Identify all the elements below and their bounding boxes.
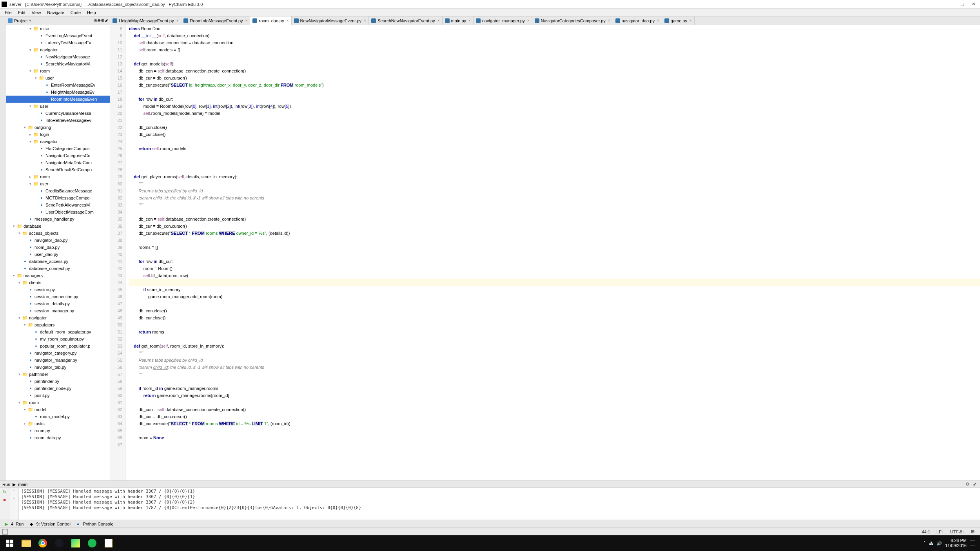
editor-tab[interactable]: navigator_manager.py× — [474, 16, 532, 25]
tree-node[interactable]: ▾📁model — [6, 406, 110, 413]
tree-node[interactable]: ▾📁user — [6, 74, 110, 82]
expand-icon[interactable]: ▾ — [23, 323, 27, 327]
vcs-tab[interactable]: ◆ 9: Version Control — [27, 522, 73, 526]
code-line[interactable]: db_cur.close() — [129, 314, 980, 321]
taskbar-clock[interactable]: 6:26 PM 11/09/2016 — [945, 538, 967, 548]
start-button[interactable] — [2, 536, 18, 550]
chevron-down-icon[interactable]: ▾ — [29, 18, 31, 23]
tree-node[interactable]: ●FlatCategoriesCompos — [6, 145, 110, 152]
close-tab-icon[interactable]: × — [657, 18, 659, 23]
panel-settings-icon[interactable]: ⚙ — [964, 481, 971, 488]
close-tab-icon[interactable]: × — [287, 18, 289, 23]
code-line[interactable]: :param child_id: the child id, if -1 wil… — [129, 194, 980, 201]
code-line[interactable]: self.room_models[model.name] = model — [129, 110, 980, 117]
tree-node[interactable]: ●SearchResultSetCompo — [6, 166, 110, 173]
close-button[interactable]: ✕ — [968, 1, 978, 8]
system-tray[interactable]: ˄ 🖧 🔊 6:26 PM 11/09/2016 — [924, 538, 978, 548]
code-line[interactable]: return rooms — [129, 328, 980, 335]
close-tab-icon[interactable]: × — [437, 18, 440, 23]
tree-node[interactable]: ▾📁room — [6, 67, 110, 74]
line-gutter[interactable]: 8910111213141516171819202122232425262728… — [110, 25, 126, 480]
expand-icon[interactable]: ▾ — [34, 76, 38, 80]
tree-node[interactable]: ●navigator_dao.py — [6, 237, 110, 244]
code-line[interactable]: :param child_id: the child id, if -1 wil… — [129, 364, 980, 371]
code-line[interactable]: Returns tabs specified by child_id — [129, 187, 980, 194]
code-line[interactable] — [129, 321, 980, 328]
code-line[interactable]: room = None — [129, 434, 980, 441]
down-icon[interactable]: ↓ — [13, 495, 15, 500]
code-line[interactable]: for row in db_cur: — [129, 96, 980, 103]
stop-icon[interactable]: ■ — [2, 497, 8, 503]
steam-icon[interactable] — [51, 536, 67, 550]
python-console-tab[interactable]: ● Python Console — [74, 522, 117, 526]
project-tree[interactable]: Project ▾ ⊙ ⊕ ⚙ ⬋ ▾📁misc●EventLogMessage… — [6, 16, 110, 480]
run-config-name[interactable]: main — [18, 482, 27, 487]
editor-tab[interactable]: NavigatorCategoriesComposer.py× — [532, 16, 613, 25]
project-dropdown[interactable]: Project — [14, 18, 27, 23]
tree-node[interactable]: ●NavigatorMetaDataCom — [6, 159, 110, 166]
close-tab-icon[interactable]: × — [690, 18, 692, 23]
expand-icon[interactable]: ▾ — [17, 316, 21, 320]
code-line[interactable] — [129, 117, 980, 124]
tree-node[interactable]: ▸📁tasks — [6, 420, 110, 427]
expand-icon[interactable]: ▾ — [28, 69, 32, 73]
tree-node[interactable]: ●SearchNewNavigatorM — [6, 60, 110, 67]
close-tab-icon[interactable]: × — [527, 18, 530, 23]
tree-node[interactable]: ▾📁misc — [6, 25, 110, 32]
tree-node[interactable]: ●CurrencyBalanceMessa — [6, 110, 110, 117]
tree-node[interactable]: ●message_handler.py — [6, 216, 110, 223]
tree-node[interactable]: ●NewNavigatorMessage — [6, 53, 110, 60]
code-line[interactable] — [129, 166, 980, 173]
gear-icon[interactable]: ⚙ — [101, 18, 105, 23]
menu-file[interactable]: File — [2, 10, 15, 15]
tree-node[interactable]: ●room_data.py — [6, 434, 110, 441]
editor-tab[interactable]: main.py× — [443, 16, 474, 25]
tree-node[interactable]: ▾📁outgoing — [6, 124, 110, 131]
rerun-icon[interactable]: ↻ — [2, 489, 8, 495]
tree-node[interactable]: ●NavigatorCategoriesCo — [6, 152, 110, 159]
tree-node[interactable]: ●session_manager.py — [6, 307, 110, 314]
expand-icon[interactable]: ▾ — [17, 281, 21, 285]
close-tab-icon[interactable]: × — [468, 18, 471, 23]
code-line[interactable] — [129, 441, 980, 448]
tree-node[interactable]: ●room_model.py — [6, 413, 110, 420]
tree-node[interactable]: ●HeightMapMessageEv — [6, 89, 110, 96]
code-line[interactable] — [129, 251, 980, 258]
expand-icon[interactable]: ▾ — [28, 27, 32, 31]
editor-tab[interactable]: NewNavigatorMessageEvent.py× — [292, 16, 369, 25]
tree-node[interactable]: ▾📁access_objects — [6, 230, 110, 237]
tree-node[interactable]: ●session_connection.py — [6, 293, 110, 300]
code-line[interactable] — [129, 89, 980, 96]
up-icon[interactable]: ↑ — [13, 489, 15, 493]
close-tab-icon[interactable]: × — [245, 18, 248, 23]
close-tab-icon[interactable]: × — [176, 18, 179, 23]
expand-icon[interactable]: ▾ — [23, 408, 27, 411]
tree-node[interactable]: ●database_access.py — [6, 258, 110, 265]
collapse-icon[interactable]: ⊙ — [94, 18, 97, 23]
locate-icon[interactable]: ⊕ — [97, 18, 101, 23]
tree-node[interactable]: ●room.py — [6, 427, 110, 434]
menu-code[interactable]: Code — [67, 10, 84, 15]
code-line[interactable]: db_con = self.database_connection.create… — [129, 406, 980, 413]
code-line[interactable] — [129, 300, 980, 307]
tray-volume-icon[interactable]: 🔊 — [936, 541, 942, 546]
expand-icon[interactable]: ▾ — [28, 182, 32, 186]
tree-node[interactable]: ▾📁room — [6, 399, 110, 406]
code-line[interactable]: for row in db_cur: — [129, 258, 980, 265]
code-line[interactable] — [129, 335, 980, 343]
tree-node[interactable]: ▾📁user — [6, 180, 110, 187]
editor-tab[interactable]: HeightMapMessageEvent.py× — [110, 16, 181, 25]
expand-icon[interactable]: ▾ — [17, 372, 21, 376]
code-line[interactable] — [129, 53, 980, 60]
code-line[interactable]: """ — [129, 371, 980, 378]
maximize-button[interactable]: ▢ — [957, 1, 967, 8]
expand-icon[interactable]: ▾ — [12, 274, 16, 277]
close-tab-icon[interactable]: × — [364, 18, 366, 23]
code-line[interactable]: db_cur.execute("SELECT id, heightmap, do… — [129, 82, 980, 89]
editor-tab[interactable]: navigator_dao.py× — [613, 16, 662, 25]
code-line[interactable] — [129, 237, 980, 244]
expand-icon[interactable]: ▾ — [17, 401, 21, 404]
tree-node[interactable]: ●EnterRoomMessageEv — [6, 82, 110, 89]
tree-node[interactable]: ●MOTDMessageCompo — [6, 194, 110, 201]
code-line[interactable]: """ — [129, 350, 980, 357]
